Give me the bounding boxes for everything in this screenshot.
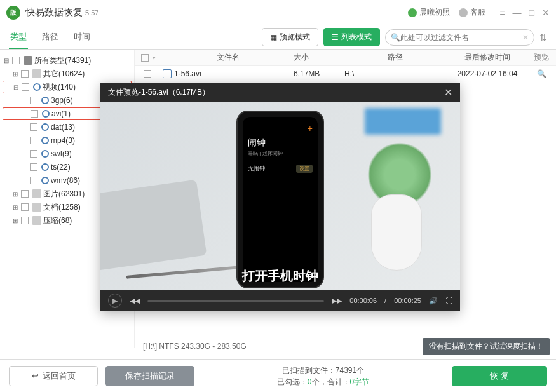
preview-decor-box (365, 108, 441, 135)
preview-decor-mouse (371, 194, 422, 271)
file-icon (163, 69, 172, 78)
maximize-button[interactable]: □ (529, 8, 534, 18)
back-icon: ↩ (32, 371, 39, 381)
search-input[interactable] (400, 33, 522, 42)
magnify-icon[interactable]: 🔍 (537, 69, 546, 78)
list-icon: ☰ (332, 33, 339, 42)
close-button[interactable]: ✕ (542, 8, 550, 18)
deep-scan-button[interactable]: 没有扫描到文件？试试深度扫描！ (423, 338, 550, 355)
phone-subtitle: 睡眠 | 起床闹钟 (248, 150, 313, 157)
app-version: 5.57 (85, 9, 98, 17)
video-icon (41, 163, 49, 171)
app-logo-icon: 版 (6, 6, 20, 20)
checkbox[interactable] (31, 110, 38, 118)
fullscreen-icon[interactable]: ⛶ (445, 297, 452, 304)
tab-time[interactable]: 时间 (72, 26, 92, 49)
col-path[interactable]: 路径 (344, 52, 446, 63)
titlebar: 版 快易数据恢复 5.57 晨曦初照 客服 ≡ — □ ✕ (0, 0, 556, 25)
collapse-icon[interactable]: ⊟ (12, 84, 20, 91)
checkbox[interactable] (21, 190, 29, 198)
checkbox[interactable] (30, 137, 37, 144)
grid-icon: ▦ (270, 33, 277, 42)
folder-icon (32, 69, 41, 78)
play-button[interactable]: ▶ (108, 294, 122, 308)
row-checkbox[interactable] (144, 70, 151, 78)
expand-icon[interactable]: ⊞ (11, 191, 19, 198)
file-name: 1-56.avi (174, 69, 201, 78)
menu-button[interactable]: ≡ (499, 8, 505, 18)
phone-add-icon: + (248, 123, 313, 133)
disk-info: [H:\] NTFS 243.30G - 283.50G (143, 342, 247, 351)
rewind-button[interactable]: ◀◀ (130, 297, 140, 305)
search-icon: 🔍 (391, 33, 400, 42)
tab-path[interactable]: 路径 (41, 26, 60, 49)
disk-icon (24, 56, 32, 65)
footer: ↩ 返回首页 保存扫描记录 已扫描到文件：74391个 已勾选：0个，合计：0字… (0, 359, 556, 392)
tree-other-label: 其它(10624) (43, 69, 85, 79)
checkbox[interactable] (21, 217, 29, 224)
close-icon[interactable]: ✕ (444, 86, 452, 98)
file-date: 2022-07-02 16:04 (446, 69, 529, 78)
minimize-button[interactable]: — (513, 8, 522, 18)
checkbox[interactable] (21, 203, 29, 211)
expand-icon[interactable]: ⊞ (11, 204, 19, 211)
search-box[interactable]: 🔍 ✕ (385, 29, 534, 46)
list-mode-button[interactable]: ☰ 列表模式 (323, 28, 380, 46)
forward-button[interactable]: ▶▶ (332, 297, 342, 305)
col-name[interactable]: 文件名 (160, 52, 294, 63)
tab-type[interactable]: 类型 (9, 26, 28, 49)
time-total: 00:00:25 (394, 297, 421, 304)
user-name: 晨曦初照 (419, 7, 450, 18)
preview-phone: + 闹钟 睡眠 | 起床闹钟 无闹钟 设置 (236, 111, 324, 288)
preview-decor-laptop (100, 180, 207, 273)
tree-other[interactable]: ⊞ 其它(10624) (3, 67, 132, 80)
expand-icon[interactable]: ⊞ (11, 71, 19, 78)
recover-label: 恢 复 (490, 370, 509, 382)
checkbox[interactable] (30, 123, 37, 131)
checkbox[interactable] (30, 150, 37, 158)
file-row[interactable]: 1-56.avi 6.17MB H:\ 2022-07-02 16:04 🔍 (135, 66, 556, 81)
tree-avi-label: avi(1) (51, 109, 71, 118)
preview-mode-button[interactable]: ▦ 预览模式 (262, 28, 318, 46)
checkbox[interactable] (30, 163, 37, 171)
preview-panel: 文件预览-1-56.avi（6.17MB） ✕ + 闹钟 睡眠 | 起床闹钟 无… (100, 83, 460, 311)
volume-icon[interactable]: 🔊 (429, 297, 438, 305)
save-label: 保存扫描记录 (125, 370, 175, 382)
tree-root[interactable]: ⊟ 所有类型(74391) (3, 54, 132, 67)
progress-bar[interactable] (147, 300, 324, 302)
checkbox[interactable] (22, 83, 29, 91)
collapse-icon[interactable]: ⊟ (3, 57, 10, 64)
preview-decor-pen (126, 266, 240, 279)
filter-icon[interactable]: ⇅ (539, 32, 547, 43)
select-all-checkbox[interactable] (141, 54, 149, 62)
col-preview: 预览 (529, 52, 554, 63)
folder-icon (32, 189, 41, 198)
save-scan-button[interactable]: 保存扫描记录 (105, 366, 194, 386)
checkbox[interactable] (30, 177, 37, 184)
video-icon (33, 83, 41, 91)
tree-mp4-label: mp4(3) (51, 136, 75, 145)
preview-body: + 闹钟 睡眠 | 起床闹钟 无闹钟 设置 打开手机时钟 (100, 102, 460, 290)
list-mode-label: 列表模式 (341, 32, 372, 43)
checkbox[interactable] (12, 57, 20, 64)
support-button[interactable]: 客服 (459, 7, 485, 18)
user-badge[interactable]: 晨曦初照 (408, 7, 450, 18)
home-button[interactable]: ↩ 返回首页 (9, 366, 98, 386)
tree-doc-label: 文档(1258) (43, 202, 81, 213)
clear-icon[interactable]: ✕ (522, 33, 529, 42)
expand-icon[interactable]: ⊞ (11, 217, 19, 224)
col-date[interactable]: 最后修改时间 (446, 52, 529, 63)
checkbox[interactable] (21, 70, 29, 78)
tree-root-label: 所有类型(74391) (34, 55, 91, 66)
video-icon (41, 123, 49, 131)
col-size[interactable]: 大小 (294, 52, 344, 63)
tree-swf-label: swf(9) (51, 149, 72, 158)
preview-title: 文件预览-1-56.avi（6.17MB） (108, 87, 210, 98)
recover-button[interactable]: 恢 复 (452, 366, 547, 386)
sort-icon[interactable]: ▾ (153, 55, 156, 61)
tree-video-label: 视频(140) (43, 82, 76, 93)
tree-image-label: 图片(62301) (43, 189, 85, 199)
checkbox[interactable] (30, 97, 37, 104)
time-sep: / (384, 297, 386, 304)
folder-icon (32, 203, 41, 212)
